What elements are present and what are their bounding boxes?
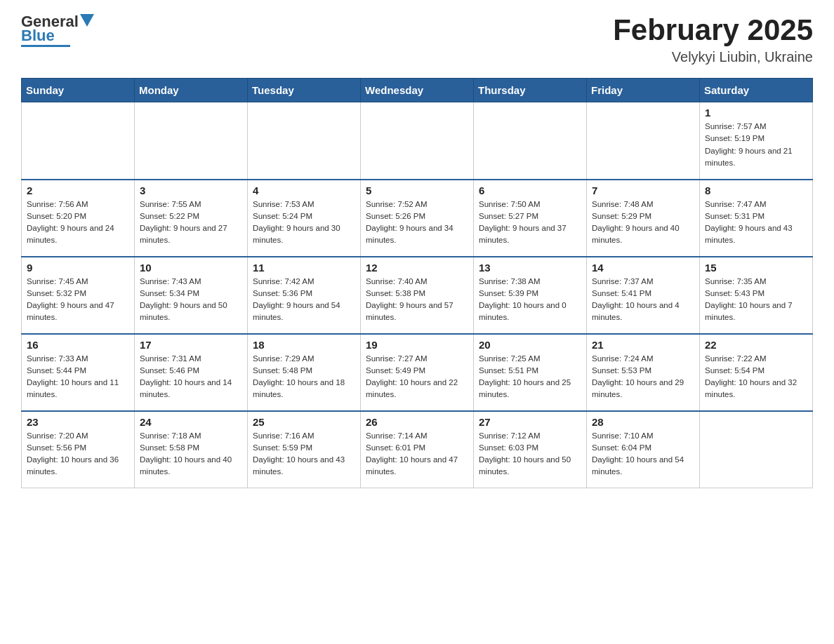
calendar-cell: 26Sunrise: 7:14 AMSunset: 6:01 PMDayligh… — [361, 411, 474, 488]
calendar-cell: 9Sunrise: 7:45 AMSunset: 5:32 PMDaylight… — [22, 257, 135, 334]
day-number: 28 — [592, 416, 694, 428]
location-subtitle: Velykyi Liubin, Ukraine — [613, 49, 813, 65]
calendar-cell: 6Sunrise: 7:50 AMSunset: 5:27 PMDaylight… — [474, 180, 587, 257]
day-info: Sunrise: 7:52 AMSunset: 5:26 PMDaylight:… — [366, 199, 468, 247]
calendar-cell: 23Sunrise: 7:20 AMSunset: 5:56 PMDayligh… — [22, 411, 135, 488]
calendar-cell: 1Sunrise: 7:57 AMSunset: 5:19 PMDaylight… — [700, 102, 813, 180]
calendar-week-row: 2Sunrise: 7:56 AMSunset: 5:20 PMDaylight… — [22, 180, 813, 257]
day-number: 17 — [140, 339, 242, 351]
calendar-week-row: 23Sunrise: 7:20 AMSunset: 5:56 PMDayligh… — [22, 411, 813, 488]
column-header-wednesday: Wednesday — [361, 79, 474, 102]
day-number: 9 — [27, 262, 129, 274]
day-number: 1 — [705, 107, 807, 119]
calendar-cell — [587, 102, 700, 180]
day-number: 6 — [479, 185, 581, 196]
day-info: Sunrise: 7:55 AMSunset: 5:22 PMDaylight:… — [140, 199, 242, 247]
calendar-cell: 19Sunrise: 7:27 AMSunset: 5:49 PMDayligh… — [361, 334, 474, 411]
day-info: Sunrise: 7:25 AMSunset: 5:51 PMDaylight:… — [479, 353, 581, 401]
day-info: Sunrise: 7:16 AMSunset: 5:59 PMDaylight:… — [253, 430, 355, 478]
day-info: Sunrise: 7:42 AMSunset: 5:36 PMDaylight:… — [253, 276, 355, 324]
column-header-sunday: Sunday — [22, 79, 135, 102]
calendar-cell — [22, 102, 135, 180]
calendar-cell — [248, 102, 361, 180]
day-number: 2 — [27, 185, 129, 196]
day-info: Sunrise: 7:20 AMSunset: 5:56 PMDaylight:… — [27, 430, 129, 478]
day-info: Sunrise: 7:50 AMSunset: 5:27 PMDaylight:… — [479, 199, 581, 247]
day-number: 16 — [27, 339, 129, 351]
day-number: 18 — [253, 339, 355, 351]
day-number: 15 — [705, 262, 807, 274]
day-info: Sunrise: 7:40 AMSunset: 5:38 PMDaylight:… — [366, 276, 468, 324]
day-info: Sunrise: 7:22 AMSunset: 5:54 PMDaylight:… — [705, 353, 807, 401]
day-number: 19 — [366, 339, 468, 351]
day-number: 10 — [140, 262, 242, 274]
day-info: Sunrise: 7:48 AMSunset: 5:29 PMDaylight:… — [592, 199, 694, 247]
column-header-tuesday: Tuesday — [248, 79, 361, 102]
calendar-cell: 7Sunrise: 7:48 AMSunset: 5:29 PMDaylight… — [587, 180, 700, 257]
calendar-cell: 25Sunrise: 7:16 AMSunset: 5:59 PMDayligh… — [248, 411, 361, 488]
day-number: 26 — [366, 416, 468, 428]
calendar-cell: 18Sunrise: 7:29 AMSunset: 5:48 PMDayligh… — [248, 334, 361, 411]
day-info: Sunrise: 7:43 AMSunset: 5:34 PMDaylight:… — [140, 276, 242, 324]
day-number: 3 — [140, 185, 242, 196]
calendar-week-row: 9Sunrise: 7:45 AMSunset: 5:32 PMDaylight… — [22, 257, 813, 334]
column-header-saturday: Saturday — [700, 79, 813, 102]
logo-triangle-icon — [80, 14, 94, 27]
day-info: Sunrise: 7:56 AMSunset: 5:20 PMDaylight:… — [27, 199, 129, 247]
day-info: Sunrise: 7:12 AMSunset: 6:03 PMDaylight:… — [479, 430, 581, 478]
day-number: 21 — [592, 339, 694, 351]
page-header: General Blue February 2025 Velykyi Liubi… — [21, 14, 813, 65]
calendar-cell: 3Sunrise: 7:55 AMSunset: 5:22 PMDaylight… — [135, 180, 248, 257]
calendar-cell: 4Sunrise: 7:53 AMSunset: 5:24 PMDaylight… — [248, 180, 361, 257]
calendar-header-row: SundayMondayTuesdayWednesdayThursdayFrid… — [22, 79, 813, 102]
day-number: 4 — [253, 185, 355, 196]
day-info: Sunrise: 7:57 AMSunset: 5:19 PMDaylight:… — [705, 121, 807, 169]
logo: General Blue — [21, 14, 94, 47]
calendar-cell: 24Sunrise: 7:18 AMSunset: 5:58 PMDayligh… — [135, 411, 248, 488]
day-number: 23 — [27, 416, 129, 428]
day-number: 14 — [592, 262, 694, 274]
day-info: Sunrise: 7:38 AMSunset: 5:39 PMDaylight:… — [479, 276, 581, 324]
calendar-cell: 2Sunrise: 7:56 AMSunset: 5:20 PMDaylight… — [22, 180, 135, 257]
calendar-cell: 10Sunrise: 7:43 AMSunset: 5:34 PMDayligh… — [135, 257, 248, 334]
day-number: 12 — [366, 262, 468, 274]
day-info: Sunrise: 7:18 AMSunset: 5:58 PMDaylight:… — [140, 430, 242, 478]
svg-marker-0 — [80, 14, 94, 27]
day-info: Sunrise: 7:53 AMSunset: 5:24 PMDaylight:… — [253, 199, 355, 247]
calendar-cell: 27Sunrise: 7:12 AMSunset: 6:03 PMDayligh… — [474, 411, 587, 488]
day-info: Sunrise: 7:35 AMSunset: 5:43 PMDaylight:… — [705, 276, 807, 324]
day-number: 11 — [253, 262, 355, 274]
day-info: Sunrise: 7:24 AMSunset: 5:53 PMDaylight:… — [592, 353, 694, 401]
calendar-cell: 13Sunrise: 7:38 AMSunset: 5:39 PMDayligh… — [474, 257, 587, 334]
day-number: 13 — [479, 262, 581, 274]
calendar-cell: 8Sunrise: 7:47 AMSunset: 5:31 PMDaylight… — [700, 180, 813, 257]
day-number: 20 — [479, 339, 581, 351]
column-header-thursday: Thursday — [474, 79, 587, 102]
calendar-cell: 20Sunrise: 7:25 AMSunset: 5:51 PMDayligh… — [474, 334, 587, 411]
logo-underline — [21, 45, 70, 47]
calendar-cell — [135, 102, 248, 180]
day-info: Sunrise: 7:37 AMSunset: 5:41 PMDaylight:… — [592, 276, 694, 324]
logo-blue-text: Blue — [21, 28, 55, 43]
day-info: Sunrise: 7:27 AMSunset: 5:49 PMDaylight:… — [366, 353, 468, 401]
calendar-cell — [361, 102, 474, 180]
calendar-cell: 28Sunrise: 7:10 AMSunset: 6:04 PMDayligh… — [587, 411, 700, 488]
day-info: Sunrise: 7:10 AMSunset: 6:04 PMDaylight:… — [592, 430, 694, 478]
calendar-cell: 16Sunrise: 7:33 AMSunset: 5:44 PMDayligh… — [22, 334, 135, 411]
day-number: 27 — [479, 416, 581, 428]
day-info: Sunrise: 7:31 AMSunset: 5:46 PMDaylight:… — [140, 353, 242, 401]
day-info: Sunrise: 7:14 AMSunset: 6:01 PMDaylight:… — [366, 430, 468, 478]
day-number: 22 — [705, 339, 807, 351]
calendar-cell: 22Sunrise: 7:22 AMSunset: 5:54 PMDayligh… — [700, 334, 813, 411]
month-year-title: February 2025 — [613, 14, 813, 46]
calendar-cell: 21Sunrise: 7:24 AMSunset: 5:53 PMDayligh… — [587, 334, 700, 411]
title-block: February 2025 Velykyi Liubin, Ukraine — [613, 14, 813, 65]
day-number: 25 — [253, 416, 355, 428]
calendar-cell: 14Sunrise: 7:37 AMSunset: 5:41 PMDayligh… — [587, 257, 700, 334]
calendar-cell — [700, 411, 813, 488]
calendar-table: SundayMondayTuesdayWednesdayThursdayFrid… — [21, 78, 813, 488]
day-info: Sunrise: 7:29 AMSunset: 5:48 PMDaylight:… — [253, 353, 355, 401]
day-info: Sunrise: 7:45 AMSunset: 5:32 PMDaylight:… — [27, 276, 129, 324]
column-header-friday: Friday — [587, 79, 700, 102]
day-number: 8 — [705, 185, 807, 196]
